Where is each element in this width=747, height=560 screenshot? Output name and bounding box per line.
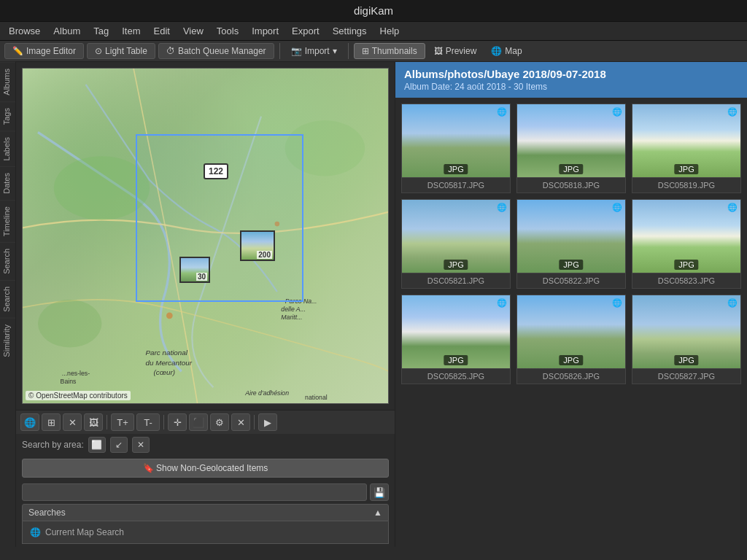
map-copyright: © OpenStreetMap contributors [26, 391, 131, 400]
show-non-geolocated-button[interactable]: 🔖 Show Non-Geolocated Items [22, 459, 389, 478]
image-editor-button[interactable]: ✏️ Image Editor [4, 43, 84, 59]
map-tool-play[interactable]: ▶ [258, 413, 277, 431]
search-area-draw-btn[interactable]: ↙ [110, 437, 128, 453]
menu-tag[interactable]: Tag [93, 26, 109, 36]
sidebar-tab-dates[interactable]: Dates [0, 166, 15, 200]
thumbnail-globe-badge: 🌐 [612, 107, 622, 117]
thumbnail-image-0: 🌐JPG [402, 104, 510, 177]
thumbnail-filename: DSC05821.JPG [402, 273, 510, 288]
map-tool-crosshair[interactable]: ✛ [168, 413, 187, 431]
map-tool-close[interactable]: ✕ [63, 413, 82, 431]
search-input[interactable] [22, 483, 367, 501]
thumbnail-item-3[interactable]: 🌐JPGDSC05821.JPG [401, 199, 511, 289]
thumbnail-image-7: 🌐JPG [517, 295, 625, 368]
map-tool-x[interactable]: ✕ [231, 413, 250, 431]
jpg-label: JPG [674, 260, 698, 270]
svg-point-0 [54, 156, 150, 219]
thumbnail-globe-badge: 🌐 [727, 203, 738, 212]
map-tool-select[interactable]: ⬛ [189, 413, 208, 431]
map-cluster-122[interactable]: 122 [204, 163, 228, 179]
thumbnail-item-2[interactable]: 🌐JPGDSC05819.JPG [632, 104, 741, 193]
thumbnail-globe-badge: 🌐 [497, 203, 507, 212]
jpg-label: JPG [559, 355, 583, 365]
jpg-label: JPG [674, 355, 698, 365]
search-save-btn[interactable]: 💾 [370, 483, 389, 501]
sidebar-tab-similarity[interactable]: Similarity [0, 318, 15, 363]
thumbnails-grid: 🌐JPGDSC05817.JPG🌐JPGDSC05818.JPG🌐JPGDSC0… [395, 98, 747, 547]
thumbnail-filename: DSC05825.JPG [402, 368, 510, 384]
thumbnail-item-0[interactable]: 🌐JPGDSC05817.JPG [401, 104, 511, 193]
thumbnail-filename: DSC05827.JPG [632, 368, 740, 384]
thumbnail-image-3: 🌐JPG [402, 200, 510, 273]
preview-button[interactable]: 🖼 Preview [428, 44, 483, 58]
thumbnails-button[interactable]: ⊞ Thumbnails [354, 43, 425, 59]
search-area-select-btn[interactable]: ⬜ [88, 437, 106, 453]
svg-text:Aire d'adhésion: Aire d'adhésion [244, 389, 289, 397]
thumbnail-globe-badge: 🌐 [727, 107, 738, 117]
search-area-bar: Search by area: ⬜ ↙ ✕ [16, 434, 395, 456]
image-editor-icon: ✏️ [12, 46, 23, 56]
searches-panel: Searches ▲ 🌐 Current Map Search [22, 504, 389, 544]
map-cluster-200[interactable]: 200 [240, 230, 275, 261]
map-tool-globe[interactable]: 🌐 [20, 413, 39, 431]
svg-point-3 [166, 312, 173, 319]
toolbar-sep-2 [348, 43, 349, 59]
thumbnail-image-1: 🌐JPG [517, 104, 625, 177]
sidebar-tab-timeline[interactable]: Timeline [0, 200, 15, 242]
svg-text:delle A...: delle A... [281, 306, 306, 313]
map-tool-filter[interactable]: ⚙ [210, 413, 229, 431]
thumbnail-item-6[interactable]: 🌐JPGDSC05825.JPG [401, 295, 511, 384]
thumbnail-item-4[interactable]: 🌐JPGDSC05822.JPG [516, 199, 626, 289]
batch-queue-button[interactable]: ⏱ Batch Queue Manager [158, 43, 274, 59]
thumbnail-item-1[interactable]: 🌐JPGDSC05818.JPG [516, 104, 626, 193]
thumbnail-image-8: 🌐JPG [632, 295, 740, 368]
sidebar-tab-search2[interactable]: Search [0, 280, 15, 318]
album-header: Albums/photos/Ubaye 2018/09-07-2018 Albu… [395, 62, 747, 98]
searches-header[interactable]: Searches ▲ [22, 504, 389, 521]
menu-view[interactable]: View [183, 26, 204, 36]
thumbnail-filename: DSC05826.JPG [517, 368, 625, 384]
map-tool-sep2 [163, 415, 164, 429]
sidebar-tab-search[interactable]: Search [0, 242, 15, 280]
light-table-button[interactable]: ⊙ Light Table [87, 43, 155, 59]
menu-tools[interactable]: Tools [217, 26, 239, 36]
map-toolbar: 🌐 ⊞ ✕ 🖼 T+ T- ✛ ⬛ ⚙ ✕ ▶ [16, 410, 395, 434]
map-cluster-30[interactable]: 30 [179, 257, 210, 283]
show-non-geo-icon: 🔖 [143, 463, 154, 473]
menu-settings[interactable]: Settings [333, 26, 367, 36]
toolbar-sep-1 [279, 43, 280, 59]
sidebar-tab-albums[interactable]: Albums [0, 62, 15, 101]
svg-text:Parc national: Parc national [146, 349, 188, 357]
svg-text:national: national [305, 394, 328, 401]
thumbnail-item-5[interactable]: 🌐JPGDSC05823.JPG [632, 199, 741, 289]
map-container[interactable]: Parc national du Mercantour (cœur) Parco… [22, 68, 389, 404]
menu-browse[interactable]: Browse [9, 26, 40, 36]
map-tool-image[interactable]: 🖼 [84, 413, 103, 431]
menu-item[interactable]: Item [122, 26, 140, 36]
menu-help[interactable]: Help [380, 26, 400, 36]
search-area-clear-btn[interactable]: ✕ [132, 437, 150, 453]
map-icon: 🌐 [491, 46, 502, 56]
thumbnail-globe-badge: 🌐 [497, 107, 507, 117]
sidebar-tab-tags[interactable]: Tags [0, 101, 15, 131]
map-tool-grid[interactable]: ⊞ [42, 413, 61, 431]
map-tool-text-plus[interactable]: T+ [111, 413, 134, 431]
map-tool-text-minus[interactable]: T- [136, 413, 160, 431]
thumbnail-filename: DSC05822.JPG [517, 273, 625, 288]
search-area-label: Search by area: [22, 440, 84, 450]
svg-text:Bains: Bains [61, 378, 77, 385]
menu-edit[interactable]: Edit [153, 26, 169, 36]
main-content: Albums Tags Labels Dates Timeline Search… [0, 62, 747, 547]
map-button[interactable]: 🌐 Map [485, 44, 527, 58]
batch-queue-icon: ⏱ [166, 46, 175, 56]
thumbnail-item-7[interactable]: 🌐JPGDSC05826.JPG [516, 295, 626, 384]
import-button[interactable]: 📷 Import ▾ [285, 44, 343, 58]
svg-text:Parco Na...: Parco Na... [285, 298, 317, 305]
svg-text:du Mercantour: du Mercantour [146, 359, 193, 367]
sidebar-tab-labels[interactable]: Labels [0, 131, 15, 166]
menu-export[interactable]: Export [292, 26, 320, 36]
thumbnail-item-8[interactable]: 🌐JPGDSC05827.JPG [632, 295, 741, 384]
menu-import[interactable]: Import [252, 26, 279, 36]
search-item-current-map[interactable]: 🌐 Current Map Search [23, 524, 388, 540]
menu-album[interactable]: Album [53, 26, 80, 36]
